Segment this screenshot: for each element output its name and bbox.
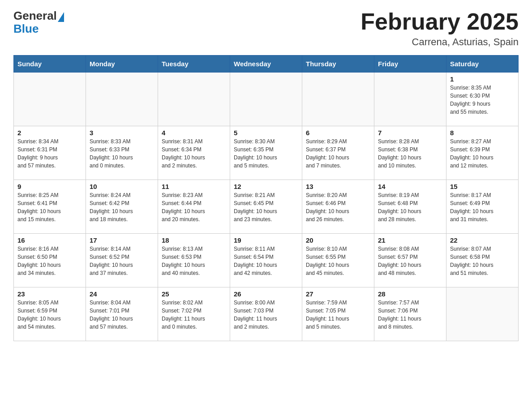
table-row [374,73,446,126]
day-info: Sunrise: 8:13 AM Sunset: 6:53 PM Dayligh… [162,245,226,277]
day-number: 14 [378,183,442,190]
table-row: 15Sunrise: 8:17 AM Sunset: 6:49 PM Dayli… [446,180,519,234]
calendar-week-row: 23Sunrise: 8:05 AM Sunset: 6:59 PM Dayli… [14,287,519,341]
day-number: 16 [17,236,82,244]
calendar-title: February 2025 [360,9,519,34]
table-row: 26Sunrise: 8:00 AM Sunset: 7:03 PM Dayli… [230,287,302,341]
day-info: Sunrise: 8:19 AM Sunset: 6:48 PM Dayligh… [378,191,442,223]
col-monday: Monday [86,56,158,73]
table-row: 23Sunrise: 8:05 AM Sunset: 6:59 PM Dayli… [14,287,86,341]
table-row [302,73,374,126]
day-info: Sunrise: 8:34 AM Sunset: 6:31 PM Dayligh… [17,137,82,170]
calendar-week-row: 2Sunrise: 8:34 AM Sunset: 6:31 PM Daylig… [14,126,519,180]
day-info: Sunrise: 8:14 AM Sunset: 6:52 PM Dayligh… [90,245,154,277]
day-number: 10 [90,183,154,190]
calendar-week-row: 16Sunrise: 8:16 AM Sunset: 6:50 PM Dayli… [14,234,519,287]
day-info: Sunrise: 8:28 AM Sunset: 6:38 PM Dayligh… [378,137,442,170]
table-row [14,73,86,126]
day-number: 1 [450,75,515,83]
logo-general-text: General [13,9,57,23]
table-row: 14Sunrise: 8:19 AM Sunset: 6:48 PM Dayli… [374,180,446,234]
table-row: 17Sunrise: 8:14 AM Sunset: 6:52 PM Dayli… [86,234,158,287]
table-row: 19Sunrise: 8:11 AM Sunset: 6:54 PM Dayli… [230,234,302,287]
day-info: Sunrise: 8:35 AM Sunset: 6:30 PM Dayligh… [450,84,515,116]
day-info: Sunrise: 8:23 AM Sunset: 6:44 PM Dayligh… [162,191,226,223]
day-info: Sunrise: 8:08 AM Sunset: 6:57 PM Dayligh… [378,245,442,277]
col-sunday: Sunday [14,56,86,73]
day-number: 2 [17,129,82,137]
day-number: 18 [162,236,226,244]
table-row [446,287,519,341]
day-number: 21 [378,236,442,244]
col-tuesday: Tuesday [158,56,230,73]
day-number: 25 [162,290,226,298]
day-number: 6 [306,129,370,137]
day-number: 27 [306,290,370,298]
table-row [86,73,158,126]
day-info: Sunrise: 8:10 AM Sunset: 6:55 PM Dayligh… [306,245,370,277]
day-number: 19 [234,236,298,244]
day-info: Sunrise: 7:59 AM Sunset: 7:05 PM Dayligh… [306,299,370,331]
day-info: Sunrise: 8:11 AM Sunset: 6:54 PM Dayligh… [234,245,298,277]
table-row: 4Sunrise: 8:31 AM Sunset: 6:34 PM Daylig… [158,126,230,180]
day-info: Sunrise: 8:27 AM Sunset: 6:39 PM Dayligh… [450,137,515,170]
day-info: Sunrise: 8:16 AM Sunset: 6:50 PM Dayligh… [17,245,82,277]
table-row: 5Sunrise: 8:30 AM Sunset: 6:35 PM Daylig… [230,126,302,180]
day-number: 17 [90,236,154,244]
table-row: 9Sunrise: 8:25 AM Sunset: 6:41 PM Daylig… [14,180,86,234]
day-info: Sunrise: 8:20 AM Sunset: 6:46 PM Dayligh… [306,191,370,223]
day-number: 5 [234,129,298,137]
table-row: 25Sunrise: 8:02 AM Sunset: 7:02 PM Dayli… [158,287,230,341]
table-row: 12Sunrise: 8:21 AM Sunset: 6:45 PM Dayli… [230,180,302,234]
day-number: 4 [162,129,226,137]
day-number: 3 [90,129,154,137]
table-row: 27Sunrise: 7:59 AM Sunset: 7:05 PM Dayli… [302,287,374,341]
day-info: Sunrise: 8:30 AM Sunset: 6:35 PM Dayligh… [234,137,298,170]
table-row [230,73,302,126]
logo: General Blue [13,9,64,34]
day-number: 8 [450,129,515,137]
logo-blue-text: Blue [13,23,39,34]
day-number: 9 [17,183,82,190]
table-row: 11Sunrise: 8:23 AM Sunset: 6:44 PM Dayli… [158,180,230,234]
day-info: Sunrise: 8:07 AM Sunset: 6:58 PM Dayligh… [450,245,515,277]
page-header: General Blue February 2025 Carrena, Astu… [13,9,519,48]
col-friday: Friday [374,56,446,73]
day-number: 15 [450,183,515,190]
col-thursday: Thursday [302,56,374,73]
day-number: 12 [234,183,298,190]
table-row: 10Sunrise: 8:24 AM Sunset: 6:42 PM Dayli… [86,180,158,234]
day-number: 26 [234,290,298,298]
day-info: Sunrise: 8:33 AM Sunset: 6:33 PM Dayligh… [90,137,154,170]
table-row: 3Sunrise: 8:33 AM Sunset: 6:33 PM Daylig… [86,126,158,180]
day-info: Sunrise: 8:21 AM Sunset: 6:45 PM Dayligh… [234,191,298,223]
day-info: Sunrise: 8:29 AM Sunset: 6:37 PM Dayligh… [306,137,370,170]
day-number: 11 [162,183,226,190]
title-block: February 2025 Carrena, Asturias, Spain [360,9,519,48]
table-row: 22Sunrise: 8:07 AM Sunset: 6:58 PM Dayli… [446,234,519,287]
table-row: 13Sunrise: 8:20 AM Sunset: 6:46 PM Dayli… [302,180,374,234]
table-row: 20Sunrise: 8:10 AM Sunset: 6:55 PM Dayli… [302,234,374,287]
calendar-week-row: 1Sunrise: 8:35 AM Sunset: 6:30 PM Daylig… [14,73,519,126]
day-info: Sunrise: 8:24 AM Sunset: 6:42 PM Dayligh… [90,191,154,223]
day-info: Sunrise: 8:05 AM Sunset: 6:59 PM Dayligh… [17,299,82,331]
table-row [158,73,230,126]
day-number: 22 [450,236,515,244]
day-info: Sunrise: 8:04 AM Sunset: 7:01 PM Dayligh… [90,299,154,331]
day-info: Sunrise: 8:00 AM Sunset: 7:03 PM Dayligh… [234,299,298,331]
col-wednesday: Wednesday [230,56,302,73]
calendar-table: Sunday Monday Tuesday Wednesday Thursday… [13,55,519,341]
day-number: 20 [306,236,370,244]
table-row: 16Sunrise: 8:16 AM Sunset: 6:50 PM Dayli… [14,234,86,287]
table-row: 21Sunrise: 8:08 AM Sunset: 6:57 PM Dayli… [374,234,446,287]
day-number: 7 [378,129,442,137]
table-row: 8Sunrise: 8:27 AM Sunset: 6:39 PM Daylig… [446,126,519,180]
logo-triangle-icon [58,12,64,22]
table-row: 6Sunrise: 8:29 AM Sunset: 6:37 PM Daylig… [302,126,374,180]
table-row: 24Sunrise: 8:04 AM Sunset: 7:01 PM Dayli… [86,287,158,341]
day-number: 24 [90,290,154,298]
day-info: Sunrise: 8:25 AM Sunset: 6:41 PM Dayligh… [17,191,82,223]
table-row: 2Sunrise: 8:34 AM Sunset: 6:31 PM Daylig… [14,126,86,180]
col-saturday: Saturday [446,56,519,73]
table-row: 1Sunrise: 8:35 AM Sunset: 6:30 PM Daylig… [446,73,519,126]
